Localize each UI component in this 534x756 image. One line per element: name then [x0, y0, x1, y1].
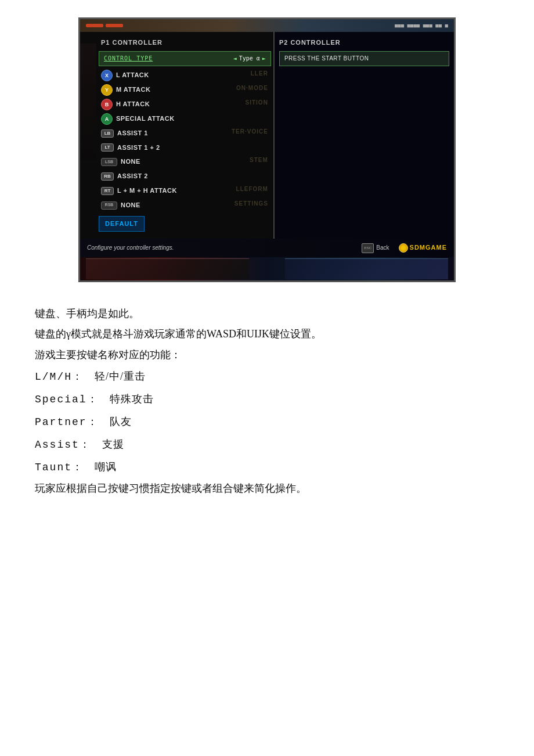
top-bar-left — [86, 24, 123, 27]
game-screenshot: ■■■ ■■■■ ■■■ ■■ ■ P1 CONTROLLER CONTROL … — [78, 17, 456, 282]
default-button[interactable]: DEFAULT — [99, 216, 145, 232]
sdmgame-badge: SDMGAME — [399, 242, 447, 254]
bg-text-overlay-0: LLER — [251, 69, 268, 79]
bg-text-overlay-8: LLEFORM — [236, 184, 268, 195]
bg-text-overlay-9: SETTINGS — [234, 199, 268, 209]
mapping-row: ASPECIAL ATTACK — [99, 112, 271, 126]
char-silhouette — [80, 44, 96, 160]
press-start-box: PRESS THE START BUTTON — [279, 51, 449, 66]
bg-text-overlay-2: SITION — [246, 98, 268, 108]
art-strip-left — [86, 258, 249, 279]
mapping-row: XL ATTACKLLER — [99, 69, 271, 82]
art-strip — [80, 257, 454, 280]
button-badge-rb: RB — [101, 172, 114, 181]
sdm-circle-icon — [399, 243, 408, 253]
arrow-right-icon[interactable]: ► — [262, 53, 266, 64]
p2-title: P2 CONTROLLER — [279, 35, 449, 51]
mapping-label-7: ASSIST 2 — [117, 171, 148, 182]
button-badge-rsb: RSB — [101, 201, 117, 210]
mapping-label-3: SPECIAL ATTACK — [116, 113, 175, 125]
mapping-label-1: M ATTACK — [116, 84, 150, 96]
health-bar-1 — [86, 24, 103, 27]
art-strip-right — [285, 258, 448, 279]
mapping-row: LSBNONESTEM — [99, 155, 271, 169]
mapping-row: RSBNONESETTINGS — [99, 199, 271, 213]
mapping-row: RBASSIST 2 — [99, 170, 271, 183]
text-item-2: Partner： 队友 — [35, 411, 499, 433]
keyword-1: Special： — [35, 394, 99, 405]
p1-title: P1 CONTROLLER — [96, 35, 273, 51]
button-badge-rt: RT — [101, 187, 114, 195]
controllers-row: P1 CONTROLLER CONTROL TYPE ◄ Type α ► — [80, 32, 454, 239]
control-type-label: CONTROL TYPE — [104, 53, 153, 64]
control-type-row[interactable]: CONTROL TYPE ◄ Type α ► — [99, 51, 271, 66]
mapping-label-2: H ATTACK — [116, 99, 150, 110]
mapping-label-8: L + M + H ATTACK — [117, 185, 177, 197]
mapping-row: BH ATTACKSITION — [99, 98, 271, 111]
text-line-2: 键盘的γ模式就是格斗游戏玩家通常的WASD和UIJK键位设置。 — [35, 325, 499, 344]
bottom-bar: Configure your controller settings. ESC … — [80, 239, 454, 257]
control-type-val: Type α — [239, 53, 260, 64]
button-badge-a: A — [101, 113, 113, 125]
mapping-row: RTL + M + H ATTACKLLEFORM — [99, 184, 271, 198]
arrow-left-icon[interactable]: ◄ — [233, 53, 237, 64]
keyword-desc-2: 队友 — [99, 416, 132, 427]
button-badge-x: X — [101, 70, 113, 81]
config-text: Configure your controller settings. — [87, 243, 174, 253]
mapping-row: YM ATTACKON·MODE — [99, 83, 271, 97]
p1-content: P1 CONTROLLER CONTROL TYPE ◄ Type α ► — [80, 35, 273, 233]
back-control[interactable]: ESC Back — [362, 243, 389, 253]
health-bar-2 — [106, 24, 123, 27]
keyword-desc-4: 嘲讽 — [84, 461, 117, 473]
keyword-desc-0: 轻/中/重击 — [84, 370, 146, 382]
text-item-0: L/M/H： 轻/中/重击 — [35, 366, 499, 387]
mapping-label-6: NONE — [121, 156, 140, 168]
button-badge-lb: LB — [101, 129, 114, 138]
back-label: Back — [376, 243, 389, 253]
mapping-label-0: L ATTACK — [116, 70, 149, 81]
mapping-label-9: NONE — [121, 200, 140, 211]
text-line-last: 玩家应根据自己按键习惯指定按键或者组合键来简化操作。 — [35, 479, 499, 498]
bg-text-overlay-6: STEM — [250, 155, 268, 165]
back-icon: ESC — [362, 243, 374, 253]
p2-panel: P2 CONTROLLER PRESS THE START BUTTON — [275, 32, 454, 239]
game-ui: ■■■ ■■■■ ■■■ ■■ ■ P1 CONTROLLER CONTROL … — [80, 19, 454, 280]
text-line-3: 游戏主要按键名称对应的功能： — [35, 345, 499, 365]
bg-text-overlay-4: TER·VOICE — [232, 127, 268, 137]
mapping-row: LTASSIST 1 + 2 — [99, 141, 271, 155]
sdm-label: SDMGAME — [410, 242, 447, 254]
p1-panel: P1 CONTROLLER CONTROL TYPE ◄ Type α ► — [80, 32, 275, 239]
mapping-label-5: ASSIST 1 + 2 — [117, 142, 160, 154]
keyword-3: Assist： — [35, 439, 91, 451]
keyword-4: Taunt： — [35, 462, 84, 473]
top-bar: ■■■ ■■■■ ■■■ ■■ ■ — [80, 19, 454, 32]
keyword-desc-1: 特殊攻击 — [99, 393, 154, 405]
text-line-1: 键盘、手柄均是如此。 — [35, 304, 499, 323]
button-badge-b: B — [101, 99, 113, 110]
keyword-2: Partner： — [35, 416, 99, 428]
mapping-label-4: ASSIST 1 — [117, 128, 148, 139]
bg-text-overlay-1: ON·MODE — [236, 83, 268, 93]
text-item-1: Special： 特殊攻击 — [35, 388, 499, 410]
button-badge-lsb: LSB — [101, 158, 117, 166]
text-item-3: Assist： 支援 — [35, 434, 499, 455]
text-content: 键盘、手柄均是如此。 键盘的γ模式就是格斗游戏玩家通常的WASD和UIJK键位设… — [23, 298, 511, 498]
keyword-0: L/M/H： — [35, 371, 84, 383]
control-type-value: ◄ Type α ► — [233, 53, 266, 64]
mapping-row: LBASSIST 1TER·VOICE — [99, 127, 271, 141]
p2-content: P2 CONTROLLER PRESS THE START BUTTON — [275, 35, 454, 66]
mapping-list: XL ATTACKLLERYM ATTACKON·MODEBH ATTACKSI… — [96, 69, 273, 213]
button-badge-y: Y — [101, 84, 113, 96]
button-badge-lt: LT — [101, 143, 114, 152]
text-item-4: Taunt： 嘲讽 — [35, 456, 499, 478]
top-bar-right: ■■■ ■■■■ ■■■ ■■ ■ — [395, 21, 448, 30]
text-items-container: L/M/H： 轻/中/重击Special： 特殊攻击Partner： 队友Ass… — [35, 366, 499, 478]
page-wrapper: ■■■ ■■■■ ■■■ ■■ ■ P1 CONTROLLER CONTROL … — [0, 0, 534, 517]
keyword-desc-3: 支援 — [91, 438, 124, 450]
